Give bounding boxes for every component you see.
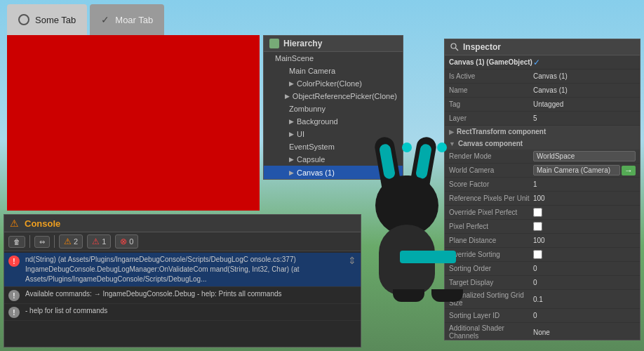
info-log-icon: ! bbox=[8, 290, 20, 301]
tab-check-icon: ✓ bbox=[101, 14, 109, 25]
bunny-foot-left bbox=[393, 289, 424, 302]
inspector-tag-label: Tag bbox=[449, 100, 533, 108]
bunny-body bbox=[379, 225, 435, 295]
bunny-foot-right bbox=[431, 289, 463, 302]
hierarchy-item-zombunny[interactable]: Zombunny bbox=[264, 102, 403, 115]
tab-moar-tab[interactable]: ✓ Moar Tab bbox=[90, 4, 164, 35]
inspector-tag-value: Untagged bbox=[533, 100, 636, 108]
inspector-panel: Inspector Canvas (1) (GameObject) ✓ Is A… bbox=[444, 39, 640, 340]
override-sort-checkbox[interactable] bbox=[533, 250, 542, 259]
arrow-icon: ▶ bbox=[289, 131, 294, 138]
console-log-area: ! nd(String) (at Assets/Plugins/IngameDe… bbox=[4, 251, 361, 334]
sort-layer-id-value: 0 bbox=[533, 312, 636, 319]
log-entry-2[interactable]: ! - help for list of commands bbox=[4, 304, 361, 321]
worldcamera-value[interactable]: Main Camera (Camera) bbox=[533, 165, 620, 176]
console-title: Console bbox=[25, 218, 60, 229]
console-warning-icon: ⚠ bbox=[10, 218, 19, 229]
arrow-icon: ▶ bbox=[289, 169, 294, 176]
warn-filter-button[interactable]: ⚠ 2 bbox=[59, 234, 83, 249]
hierarchy-label: Canvas (1) bbox=[297, 168, 335, 177]
bunny-eye-right bbox=[437, 143, 447, 152]
pixel-perfect-checkbox[interactable] bbox=[533, 222, 542, 231]
hierarchy-label: UI bbox=[297, 130, 304, 138]
worldcamera-text: Main Camera (Camera) bbox=[537, 166, 610, 174]
tab-circle-icon bbox=[18, 14, 29, 25]
svg-line-1 bbox=[456, 48, 459, 51]
recttransform-section[interactable]: ▶ RectTransform component bbox=[445, 126, 640, 138]
warn-icon: ⚠ bbox=[64, 237, 72, 246]
sorting-order-value: 0 bbox=[533, 265, 636, 272]
collapse-icon: ⇔ bbox=[39, 238, 45, 246]
error-filter-button[interactable]: ⊗ 0 bbox=[115, 234, 138, 249]
bunny-ear-stripe-right bbox=[415, 143, 432, 180]
log-text-2: - help for list of commands bbox=[25, 306, 356, 316]
pixel-perfect-row: Pixel Perfect bbox=[445, 220, 640, 234]
rendermode-dropdown[interactable]: WorldSpace bbox=[533, 151, 636, 161]
scroll-icon: ⇕ bbox=[348, 255, 356, 266]
norm-sort-value: 0.1 bbox=[533, 296, 636, 303]
bunny-eye-left bbox=[402, 143, 412, 152]
log-text-1: Available commands: → IngameDebugConsole… bbox=[25, 289, 356, 299]
toolbar-divider2 bbox=[54, 235, 55, 248]
section-label: Canvas component bbox=[458, 140, 523, 147]
search-icon bbox=[450, 43, 459, 51]
score-row: Score Factor 1 bbox=[445, 178, 640, 192]
override-sort-row: Override Sorting bbox=[445, 248, 640, 262]
svg-point-0 bbox=[451, 44, 456, 48]
arrow-icon: ▶ bbox=[289, 80, 294, 87]
hierarchy-label: ColorPicker(Clone) bbox=[297, 79, 362, 88]
sort-layer-id-row: Sorting Layer ID 0 bbox=[445, 309, 640, 323]
clear-button[interactable]: 🗑 bbox=[8, 236, 25, 248]
score-value: 1 bbox=[533, 180, 636, 188]
hierarchy-item-maincamera[interactable]: Main Camera bbox=[264, 65, 403, 77]
inspector-title: Inspector bbox=[463, 42, 501, 52]
shader-channels-value: None bbox=[533, 329, 636, 336]
sorting-order-row: Sorting Order 0 bbox=[445, 262, 640, 276]
log-text-0: nd(String) (at Assets/Plugins/IngameDebu… bbox=[25, 255, 342, 284]
tab-moar-tab-label: Moar Tab bbox=[115, 15, 153, 25]
inspector-name-value: Canvas (1) bbox=[533, 86, 636, 94]
tab-some-tab[interactable]: Some Tab bbox=[7, 4, 87, 35]
hierarchy-header: Hierarchy bbox=[264, 36, 403, 52]
collapse-button[interactable]: ⇔ bbox=[34, 236, 50, 248]
rendermode-value: WorldSpace bbox=[537, 152, 575, 160]
inspector-tag-row: Tag Untagged bbox=[445, 98, 640, 112]
tab-bar: Some Tab ✓ Moar Tab bbox=[0, 0, 644, 35]
hierarchy-item-mainscene[interactable]: MainScene bbox=[264, 52, 403, 65]
inspector-layer-label: Layer bbox=[449, 114, 533, 122]
inspector-layer-row: Layer 5 bbox=[445, 112, 640, 126]
hierarchy-label: MainScene bbox=[275, 54, 314, 62]
tab-some-tab-label: Some Tab bbox=[35, 15, 76, 25]
bunny-ear-stripe-left bbox=[379, 143, 396, 180]
section-label: RectTransform component bbox=[457, 128, 546, 135]
override-pixel-checkbox[interactable] bbox=[533, 208, 542, 217]
error-count: 0 bbox=[129, 237, 133, 246]
inspector-header: Inspector bbox=[445, 39, 640, 55]
info-log-icon2: ! bbox=[8, 307, 20, 318]
arrow-icon: ▶ bbox=[289, 156, 294, 163]
error-log-icon: ! bbox=[8, 256, 20, 267]
hierarchy-item-colorpicker[interactable]: ▶ ColorPicker(Clone) bbox=[264, 77, 403, 90]
log-entry-0[interactable]: ! nd(String) (at Assets/Plugins/IngameDe… bbox=[4, 253, 361, 287]
worldcamera-arrow-btn[interactable]: → bbox=[622, 166, 636, 176]
rendermode-row: Render Mode WorldSpace bbox=[445, 150, 640, 164]
bunny-belt bbox=[400, 251, 456, 263]
hierarchy-title: Hierarchy bbox=[283, 39, 322, 48]
3d-character bbox=[358, 154, 463, 295]
hierarchy-item-objectref[interactable]: ▶ ObjectReferencePicker(Clone) bbox=[264, 90, 403, 102]
error-warn-filter-button[interactable]: ⚠ 1 bbox=[87, 234, 111, 249]
shader-channels-label: Additional Shader Channels bbox=[449, 324, 533, 340]
norm-sort-row: Normalized Sorting Grid Size 0.1 bbox=[445, 290, 640, 309]
inspector-layer-value: 5 bbox=[533, 114, 636, 122]
override-pixel-row: Override Pixel Perfect bbox=[445, 206, 640, 220]
hierarchy-label: Capsule bbox=[297, 155, 325, 164]
hierarchy-label: Main Camera bbox=[289, 67, 335, 75]
hierarchy-item-background[interactable]: ▶ Background bbox=[264, 115, 403, 128]
hierarchy-label: EventSystem bbox=[289, 143, 335, 151]
canvas-section[interactable]: ▼ Canvas component bbox=[445, 138, 640, 150]
hierarchy-label: ObjectReferencePicker(Clone) bbox=[293, 92, 397, 100]
toolbar-divider bbox=[29, 235, 30, 248]
section-arrow-icon: ▶ bbox=[449, 128, 454, 135]
log-entry-1[interactable]: ! Available commands: → IngameDebugConso… bbox=[4, 287, 361, 304]
shader-channels-row: Additional Shader Channels None bbox=[445, 323, 640, 340]
